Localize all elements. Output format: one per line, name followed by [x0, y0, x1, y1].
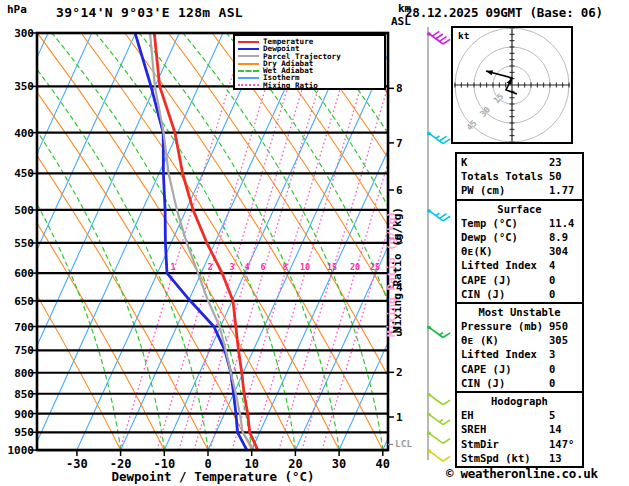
- skewt-app: 1234681015202530035040045050055060065070…: [0, 0, 629, 486]
- mixing-ratio-axis-label: Mixing Ratio (g/kg)Mixing Ratio (g/kg): [385, 207, 404, 337]
- svg-text:3: 3: [229, 262, 234, 272]
- mixing-ratio-line: [210, 33, 335, 450]
- svg-text:LCL: LCL: [395, 438, 412, 449]
- wind-barb: [427, 449, 450, 461]
- svg-text:Mixing Ratio (g/kg): Mixing Ratio (g/kg): [391, 207, 404, 333]
- table-section-header: Most Unstable: [457, 305, 582, 319]
- svg-text:700: 700: [14, 321, 34, 334]
- legend-item: Wet Adiabat: [238, 67, 384, 74]
- isotherm-line: [164, 33, 354, 450]
- table-row-label: StmDir: [461, 438, 499, 450]
- svg-text:650: 650: [14, 295, 34, 308]
- svg-text:450: 450: [14, 167, 34, 180]
- table-row-value: 147°: [549, 437, 574, 451]
- wind-barb: [427, 413, 450, 425]
- table-row-label: θᴇ(K): [461, 245, 493, 257]
- isotherm-line: [77, 33, 267, 450]
- table-row: StmSpd (kt)13: [457, 451, 582, 465]
- svg-text:10: 10: [300, 262, 310, 272]
- table-row-value: 4: [549, 258, 555, 272]
- wet-adiabat-line: [96, 33, 296, 450]
- indices-table: K23Totals Totals50PW (cm)1.77SurfaceTemp…: [455, 152, 584, 468]
- isotherm-line: [252, 33, 442, 450]
- svg-text:500: 500: [14, 204, 34, 217]
- svg-text:25: 25: [370, 262, 380, 272]
- legend-line-sample: [238, 55, 259, 57]
- svg-text:900: 900: [14, 408, 34, 421]
- table-row: Lifted Index4: [457, 258, 582, 272]
- wet-adiabat-line: [183, 33, 383, 450]
- isotherm-line: [121, 33, 311, 450]
- svg-text:1: 1: [170, 262, 175, 272]
- table-row-label: Lifted Index: [461, 259, 537, 271]
- table-row: PW (cm)1.77: [457, 183, 582, 197]
- svg-text:950: 950: [14, 426, 34, 439]
- svg-text:2: 2: [207, 262, 212, 272]
- svg-text:30: 30: [332, 457, 346, 471]
- table-section: SurfaceTemp (°C)11.4Dewp (°C)8.9θᴇ(K)304…: [457, 199, 582, 302]
- table-row-value: 3: [549, 347, 555, 361]
- table-row-value: 5: [549, 408, 555, 422]
- table-row-label: Dewp (°C): [461, 231, 518, 243]
- svg-text:6: 6: [260, 262, 265, 272]
- wind-barb-column: [427, 27, 450, 461]
- svg-text:20: 20: [350, 262, 360, 272]
- wind-barb: [427, 326, 450, 338]
- table-row-label: EH: [461, 409, 474, 421]
- legend-line-sample: [238, 48, 259, 50]
- legend-line-sample: [238, 70, 259, 72]
- plot-border: [37, 33, 388, 450]
- svg-text:8: 8: [396, 82, 403, 95]
- table-row: CIN (J)0: [457, 287, 582, 301]
- table-row-label: CIN (J): [461, 377, 505, 389]
- curve-dewpoint: [135, 33, 247, 450]
- svg-text:400: 400: [14, 127, 34, 140]
- wind-barb: [427, 31, 450, 44]
- svg-text:6: 6: [396, 184, 403, 197]
- svg-text:7: 7: [396, 137, 403, 150]
- table-row-label: PW (cm): [461, 184, 505, 196]
- table-row-label: Totals Totals: [461, 170, 543, 182]
- table-row-label: Lifted Index: [461, 348, 537, 360]
- svg-text:15: 15: [327, 262, 337, 272]
- legend-line-sample: [238, 84, 259, 86]
- table-row-label: CIN (J): [461, 288, 505, 300]
- pressure-gridlines: [37, 33, 388, 450]
- table-row-value: 14: [549, 422, 562, 436]
- table-row: Lifted Index3: [457, 347, 582, 361]
- legend-item-label: Mixing Ratio: [263, 82, 318, 89]
- wind-barb: [427, 209, 450, 221]
- svg-text:40: 40: [376, 457, 390, 471]
- legend-line-sample: [238, 41, 259, 43]
- table-row: SREH14: [457, 422, 582, 436]
- wet-adiabat-line: [139, 33, 339, 450]
- hodograph: 153045kt: [452, 27, 572, 143]
- table-section-header: Hodograph: [457, 394, 582, 408]
- svg-text:850: 850: [14, 388, 34, 401]
- legend-item: Temperature: [238, 38, 384, 45]
- mixing-ratio-line: [232, 33, 357, 450]
- mixing-ratio-line: [252, 33, 377, 450]
- mixing-ratio-line: [179, 33, 304, 450]
- svg-text:4: 4: [244, 262, 249, 272]
- table-row-value: 0: [549, 273, 555, 287]
- wet-adiabat-line: [620, 33, 629, 450]
- wind-barb: [427, 132, 450, 144]
- svg-text:1000: 1000: [8, 444, 35, 457]
- table-row-value: 11.4: [549, 216, 574, 230]
- wind-barb: [427, 393, 450, 405]
- svg-text:8: 8: [282, 262, 287, 272]
- table-row-label: Pressure (mb): [461, 320, 543, 332]
- table-row-value: 304: [549, 244, 568, 258]
- mixing-ratio-line: [194, 33, 319, 450]
- table-row: θᴇ(K)304: [457, 244, 582, 258]
- table-row-label: Temp (°C): [461, 217, 518, 229]
- table-row-value: 13: [549, 451, 562, 465]
- table-section-header: Surface: [457, 202, 582, 216]
- table-row: θᴇ (K)305: [457, 333, 582, 347]
- table-row-value: 0: [549, 376, 555, 390]
- wet-adiabat-line: [576, 33, 629, 450]
- isotherm-line: [0, 33, 4, 450]
- pressure-unit-label: hPa: [7, 3, 27, 16]
- legend-line-sample: [238, 63, 259, 65]
